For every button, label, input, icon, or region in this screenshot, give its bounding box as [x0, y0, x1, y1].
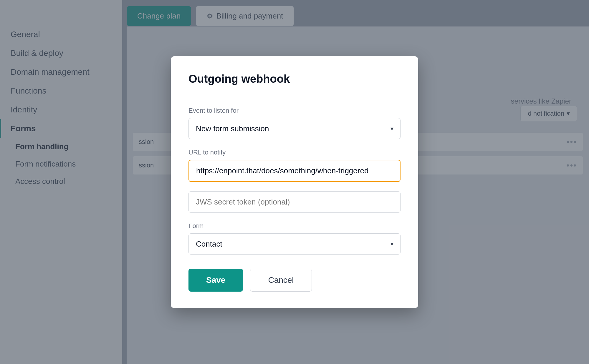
modal-title: Outgoing webhook — [188, 73, 401, 85]
modal-divider — [188, 96, 401, 96]
outgoing-webhook-modal: Outgoing webhook Event to listen for New… — [171, 56, 418, 308]
jws-field-group — [188, 191, 401, 213]
jws-input[interactable] — [188, 191, 401, 213]
form-field-group: Form Contact Newsletter Support ▾ — [188, 222, 401, 255]
event-label: Event to listen for — [188, 107, 401, 114]
form-select-wrapper: Contact Newsletter Support ▾ — [188, 233, 401, 255]
modal-actions: Save Cancel — [188, 269, 401, 292]
save-button[interactable]: Save — [188, 269, 243, 292]
form-select[interactable]: Contact Newsletter Support — [188, 233, 401, 255]
cancel-button[interactable]: Cancel — [250, 269, 312, 292]
form-label: Form — [188, 222, 401, 230]
event-select-wrapper: New form submission New form submission … — [188, 118, 401, 139]
event-field-group: Event to listen for New form submission … — [188, 107, 401, 139]
event-select[interactable]: New form submission New form submission … — [188, 118, 401, 139]
url-label: URL to notify — [188, 149, 401, 156]
url-field-group: URL to notify — [188, 149, 401, 182]
modal-overlay: Outgoing webhook Event to listen for New… — [0, 0, 589, 364]
url-input[interactable] — [188, 160, 401, 182]
